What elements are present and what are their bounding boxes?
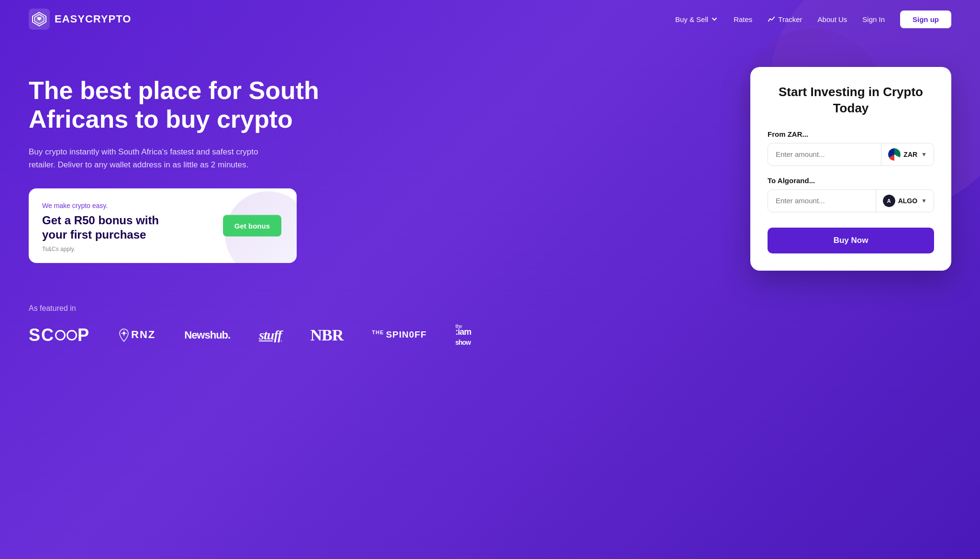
newshub-logo: Newshub.: [184, 329, 230, 341]
bonus-tc: Ts&Cs apply.: [42, 246, 281, 252]
nav-about[interactable]: About Us: [818, 15, 847, 23]
signup-button[interactable]: Sign up: [900, 11, 951, 28]
hero-subtitle: Buy crypto instantly with South Africa's…: [29, 145, 278, 171]
rnz-logo: RNZ: [119, 328, 156, 342]
hero-title: The best place for South Africans to buy…: [29, 77, 325, 134]
hero-left: The best place for South Africans to buy…: [29, 67, 325, 263]
signin-button[interactable]: Sign In: [862, 15, 885, 23]
logo-text: EASYCRYPTO: [55, 13, 131, 25]
bonus-card: We make crypto easy. Get a R50 bonus wit…: [29, 188, 297, 263]
nav-tracker[interactable]: Tracker: [768, 15, 802, 23]
scoop-logo: SCP: [29, 325, 90, 345]
to-currency-selector[interactable]: A ALGO ▼: [876, 190, 934, 212]
bonus-tagline: We make crypto easy.: [42, 202, 281, 209]
navbar: EASYCRYPTO Buy & Sell Rates Tracker Abou…: [0, 0, 980, 38]
spinoff-logo: THE SPIN0FF: [372, 329, 426, 340]
featured-label: As featured in: [29, 304, 951, 313]
featured-logos: SCP RNZ Newshub. stuff NBR THE SPIN0FF t…: [29, 323, 951, 347]
from-input-row: ZAR ▼: [768, 143, 934, 166]
to-label: To Algorand...: [768, 176, 934, 185]
hero-section: The best place for South Africans to buy…: [0, 38, 980, 295]
logo[interactable]: EASYCRYPTO: [29, 9, 131, 30]
to-input-row: A ALGO ▼: [768, 189, 934, 212]
nav-links: Buy & Sell Rates Tracker About Us Sign I…: [675, 11, 951, 28]
svg-point-1: [122, 332, 125, 335]
widget-title: Start Investing in Crypto Today: [768, 84, 934, 117]
to-currency-chevron: ▼: [921, 197, 927, 204]
stuff-logo: stuff: [259, 328, 281, 343]
featured-section: As featured in SCP RNZ Newshub. stuff NB…: [0, 295, 980, 371]
to-amount-input[interactable]: [768, 190, 876, 211]
zar-flag: [888, 148, 901, 161]
from-amount-input[interactable]: [768, 143, 881, 165]
iamshow-logo: the :iamshow: [456, 323, 471, 347]
chevron-down-icon: [711, 15, 718, 23]
from-currency-selector[interactable]: ZAR ▼: [881, 143, 934, 165]
chart-icon: [768, 15, 775, 23]
nav-rates[interactable]: Rates: [734, 15, 752, 23]
algo-icon: A: [883, 195, 895, 207]
nav-buy-sell[interactable]: Buy & Sell: [675, 15, 718, 23]
investment-widget: Start Investing in Crypto Today From ZAR…: [750, 67, 951, 271]
buy-now-button[interactable]: Buy Now: [768, 228, 934, 253]
from-label: From ZAR...: [768, 130, 934, 138]
hero-right: Start Investing in Crypto Today From ZAR…: [750, 67, 951, 271]
nbr-logo: NBR: [311, 326, 344, 344]
currency-chevron: ▼: [921, 151, 927, 158]
logo-icon: [29, 9, 50, 30]
get-bonus-button[interactable]: Get bonus: [223, 215, 281, 236]
bonus-title: Get a R50 bonus with your first purchase: [42, 213, 186, 242]
